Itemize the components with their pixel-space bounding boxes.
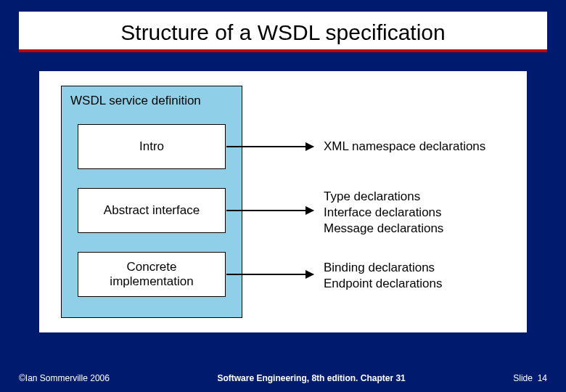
footer-slide-label: Slide: [513, 373, 533, 383]
box-abstract-label: Abstract interface: [104, 203, 200, 218]
title-area: Structure of a WSDL specification: [19, 12, 547, 49]
arrow-abstract: [226, 210, 313, 211]
desc-abstract: Type declarations Interface declarations…: [324, 189, 443, 237]
desc-intro: XML namespace declarations: [324, 139, 485, 155]
arrow-intro: [226, 146, 313, 147]
box-concrete-label: Concrete implementation: [110, 260, 193, 290]
title-underline: [19, 49, 547, 52]
arrow-concrete: [226, 274, 313, 275]
footer-slide-number: 14: [538, 373, 547, 383]
footer-copyright: ©Ian Sommerville 2006: [19, 373, 110, 383]
wsdl-container-box: WSDL service definition Intro Abstract i…: [61, 86, 242, 318]
footer-center: Software Engineering, 8th edition. Chapt…: [110, 373, 513, 383]
wsdl-container-label: WSDL service definition: [62, 86, 242, 114]
diagram-canvas: WSDL service definition Intro Abstract i…: [39, 71, 527, 332]
footer: ©Ian Sommerville 2006 Software Engineeri…: [0, 373, 566, 383]
footer-slide: Slide 14: [513, 373, 547, 383]
box-abstract-interface: Abstract interface: [78, 188, 226, 233]
box-intro-label: Intro: [139, 139, 164, 154]
slide-title: Structure of a WSDL specification: [19, 20, 547, 45]
box-intro: Intro: [78, 124, 226, 169]
box-concrete-implementation: Concrete implementation: [78, 252, 226, 297]
desc-concrete: Binding declarations Endpoint declaratio…: [324, 260, 443, 292]
